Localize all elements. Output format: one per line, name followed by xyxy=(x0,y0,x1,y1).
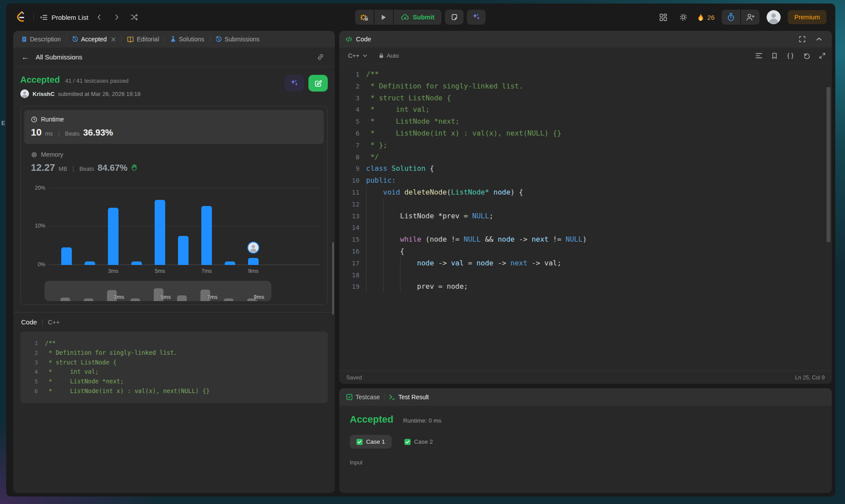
submit-button[interactable]: Submit xyxy=(394,10,441,25)
settings-button[interactable] xyxy=(677,11,690,24)
layout-button[interactable] xyxy=(656,11,670,24)
test-result-runtime: Runtime: 0 ms xyxy=(403,417,441,424)
code-line-7[interactable]: 7 * }; xyxy=(339,140,832,151)
desktop-edge-text: E xyxy=(1,120,5,126)
user-avatar[interactable] xyxy=(767,10,781,24)
solution-post-button[interactable] xyxy=(308,75,328,92)
copy-link-icon[interactable] xyxy=(314,51,327,64)
indent-guide xyxy=(400,269,417,281)
braces-icon[interactable] xyxy=(786,52,794,59)
random-problem-button[interactable] xyxy=(128,11,141,24)
code-line-10[interactable]: 10public: xyxy=(339,175,832,187)
run-button[interactable] xyxy=(374,10,393,25)
line-content: * Definition for singly-linked list. xyxy=(359,81,523,92)
runtime-brush[interactable]: 3ms5ms7ms9ms xyxy=(44,281,271,301)
line-number: 3 xyxy=(339,92,359,104)
back-button[interactable]: ← xyxy=(21,53,30,61)
prev-problem-button[interactable] xyxy=(93,11,106,24)
problem-list-button[interactable]: Problem List xyxy=(40,14,88,21)
ai-assistant-button[interactable] xyxy=(467,10,486,25)
line-text: /** xyxy=(38,338,56,348)
chart-bar-8ms[interactable] xyxy=(225,261,235,265)
memory-stat-block[interactable]: Memory 12.27 MB | Beats 84.67% xyxy=(24,144,324,176)
editor-code[interactable]: 1/**2 * Definition for singly-linked lis… xyxy=(339,64,832,371)
line-content xyxy=(359,269,417,281)
code-line-19[interactable]: 19prev = node; xyxy=(339,281,832,293)
code-line-3[interactable]: 3 * struct ListNode { xyxy=(339,92,832,104)
test-result-tab-label: Test Result xyxy=(398,394,429,401)
line-number: 16 xyxy=(339,246,359,258)
editor-toolbar: C++ Auto xyxy=(339,48,832,64)
tab-divider xyxy=(164,36,165,42)
check-square-icon xyxy=(346,394,352,400)
line-content: * ListNode(int x) : val(x), next(NULL) {… xyxy=(359,128,561,140)
chart-bar-6ms[interactable] xyxy=(178,236,189,265)
chart-bar-5ms[interactable] xyxy=(155,200,165,265)
code-line-5[interactable]: 5 * ListNode *next; xyxy=(339,116,832,128)
format-code-icon[interactable] xyxy=(755,52,763,59)
premium-button[interactable]: Premium xyxy=(788,10,826,24)
brush-bar-8ms xyxy=(224,298,233,301)
editor-scrollbar[interactable] xyxy=(826,87,830,242)
line-number: 9 xyxy=(339,163,359,175)
indent-guide xyxy=(383,269,400,281)
tab-solutions[interactable]: Solutions xyxy=(167,31,208,48)
chart-bar-9ms[interactable] xyxy=(248,258,259,265)
chart-bar-2ms[interactable] xyxy=(85,261,95,265)
x-tick-label: 5ms xyxy=(155,268,165,274)
chart-bar-3ms[interactable] xyxy=(108,208,119,265)
case-button-2[interactable]: Case 2 xyxy=(398,435,440,449)
notes-button[interactable] xyxy=(445,10,463,25)
line-number: 14 xyxy=(339,222,359,234)
timer-button[interactable] xyxy=(722,10,740,25)
code-line-11[interactable]: 11void deleteNode(ListNode* node) { xyxy=(339,187,832,199)
code-line-1[interactable]: 1/** xyxy=(339,69,832,81)
code-line-6[interactable]: 6 * ListNode(int x) : val(x), next(NULL)… xyxy=(339,128,832,140)
code-line-14[interactable]: 14 xyxy=(339,222,832,234)
language-selector[interactable]: C++ xyxy=(345,51,370,61)
bookmark-icon[interactable] xyxy=(771,52,778,59)
line-number: 19 xyxy=(339,281,359,293)
next-problem-button[interactable] xyxy=(110,11,123,24)
code-line-13[interactable]: 13ListNode *prev = NULL; xyxy=(339,210,832,222)
streak-counter[interactable]: 26 xyxy=(697,13,715,22)
chart-bar-7ms[interactable] xyxy=(201,206,212,265)
left-panel-scrollbar[interactable] xyxy=(332,242,334,315)
close-icon[interactable] xyxy=(111,37,116,42)
debug-button[interactable] xyxy=(355,10,374,25)
reset-code-icon[interactable] xyxy=(803,52,810,59)
code-line-18[interactable]: 18 xyxy=(339,269,832,281)
code-line-17[interactable]: 17node -> val = node -> next -> val; xyxy=(339,258,832,269)
code-line-4[interactable]: 4 * int val; xyxy=(339,104,832,116)
analyze-ai-button[interactable] xyxy=(285,75,304,92)
case-button-1[interactable]: Case 1 xyxy=(350,435,392,449)
autocomplete-toggle[interactable]: Auto xyxy=(379,52,399,59)
tab-testcase[interactable]: Testcase xyxy=(346,394,380,401)
collapse-panel-icon[interactable] xyxy=(812,33,826,46)
runtime-unit: ms xyxy=(45,130,52,137)
tab-description[interactable]: Description xyxy=(18,31,64,48)
line-content: while (node != NULL && node -> next != N… xyxy=(359,234,587,246)
runtime-stat-block[interactable]: Runtime 10 ms | Beats 36.93% xyxy=(24,110,324,144)
invite-button[interactable] xyxy=(741,10,760,25)
tab-accepted[interactable]: Accepted xyxy=(68,31,119,48)
leetcode-logo[interactable] xyxy=(14,11,27,24)
fullscreen-icon[interactable] xyxy=(796,33,809,46)
tab-test-result[interactable]: Test Result xyxy=(389,394,429,401)
gridline xyxy=(49,188,319,188)
expand-editor-icon[interactable] xyxy=(819,52,826,59)
code-line-2[interactable]: 2 * Definition for singly-linked list. xyxy=(339,81,832,92)
runtime-chart-plot: 20% 10% 0% 3ms5ms7ms9ms xyxy=(49,188,319,265)
code-preview[interactable]: 1/**2 * Definition for singly-linked lis… xyxy=(20,331,328,403)
check-square-icon xyxy=(404,439,411,445)
tab-submissions[interactable]: Submissions xyxy=(212,31,263,48)
preview-line-4: 4 * int val; xyxy=(20,367,328,377)
chart-bar-4ms[interactable] xyxy=(131,261,142,265)
code-line-15[interactable]: 15while (node != NULL && node -> next !=… xyxy=(339,234,832,246)
code-line-9[interactable]: 9class Solution { xyxy=(339,163,832,175)
chart-bar-1ms[interactable] xyxy=(61,247,72,265)
tab-editorial[interactable]: Editorial xyxy=(123,31,163,48)
code-line-16[interactable]: 16{ xyxy=(339,246,832,258)
code-line-8[interactable]: 8 */ xyxy=(339,151,832,163)
code-line-12[interactable]: 12 xyxy=(339,199,832,210)
